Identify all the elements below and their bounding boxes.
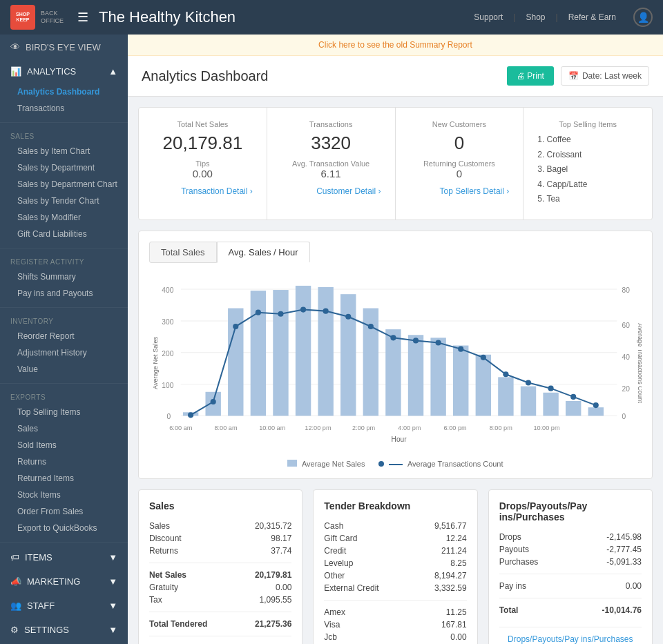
sidebar-sub-quickbooks[interactable]: Export to QuickBooks	[0, 520, 128, 536]
date-label: Date: Last week	[582, 71, 642, 81]
drops-detail-link[interactable]: Drops/Payouts/Pay ins/Purchases Detail ›	[499, 627, 642, 644]
svg-rect-33	[543, 393, 558, 416]
sidebar-sub-order-from-sales[interactable]: Order From Sales	[0, 503, 128, 520]
svg-text:200: 200	[162, 350, 173, 358]
user-icon[interactable]: 👤	[633, 8, 653, 27]
avg-tx-label: Avg. Transaction Value	[281, 159, 381, 168]
nav-links: Support | Shop | Refer & Earn 👤	[474, 8, 653, 27]
card-top-selling: Top Selling Items 1. Coffee 2. Croissant…	[523, 108, 652, 219]
refer-earn-link[interactable]: Refer & Earn	[568, 12, 616, 22]
top-sellers-detail-link[interactable]: Top Sellers Detail ›	[410, 186, 510, 196]
svg-text:6:00 am: 6:00 am	[169, 425, 192, 431]
sales-card: Sales Sales20,315.72 Discount98.17 Retur…	[138, 489, 302, 644]
bar-legend-label: Average Net Sales	[302, 460, 365, 468]
sidebar-sub-reorder[interactable]: Reorder Report	[0, 328, 128, 344]
analytics-icon: 📊	[10, 66, 21, 77]
sales-title: Sales	[149, 500, 291, 511]
svg-point-49	[481, 355, 486, 360]
sidebar-sub-returns[interactable]: Returns	[0, 453, 128, 470]
svg-text:10:00 am: 10:00 am	[259, 425, 286, 431]
svg-point-38	[233, 324, 238, 329]
sidebar-sub-payins[interactable]: Pay ins and Payouts	[0, 285, 128, 302]
svg-rect-22	[296, 286, 311, 416]
sidebar-sub-returned-items[interactable]: Returned Items	[0, 470, 128, 487]
svg-text:6:00 pm: 6:00 pm	[444, 425, 467, 431]
sidebar-sub-sold-items[interactable]: Sold Items	[0, 437, 128, 453]
summary-cards: Total Net Sales 20,179.81 Tips 0.00 Tran…	[138, 107, 653, 220]
svg-rect-21	[273, 290, 288, 416]
hamburger-icon[interactable]: ☰	[77, 10, 88, 25]
notice-bar[interactable]: Click here to see the old Summary Report	[128, 35, 663, 56]
line-legend-icon	[389, 464, 403, 465]
content-header: Analytics Dashboard 🖨 Print 📅 Date: Last…	[128, 56, 663, 97]
sidebar-sub-sales-dept-chart[interactable]: Sales by Department Chart	[0, 176, 128, 193]
staff-icon: 👥	[10, 601, 21, 611]
drops-card: Drops/Payouts/Pay ins/Purchases Drops-2,…	[488, 489, 653, 644]
eye-icon: 👁	[10, 41, 20, 52]
sidebar-sub-sales-item-chart[interactable]: Sales by Item Chart	[0, 143, 128, 159]
row-returns: Returns37.74	[149, 545, 291, 557]
svg-rect-35	[588, 407, 604, 416]
row-total-drops: Total-10,014.76	[499, 604, 642, 616]
sidebar-item-items[interactable]: 🏷 ITEMS ▼	[0, 545, 128, 569]
sidebar-sub-sales-tender-chart[interactable]: Sales by Tender Chart	[0, 193, 128, 209]
svg-point-43	[345, 314, 351, 320]
sidebar-sub-stock-items[interactable]: Stock Items	[0, 487, 128, 503]
svg-text:20: 20	[622, 385, 630, 393]
svg-text:2:00 pm: 2:00 pm	[352, 425, 375, 431]
date-picker[interactable]: 📅 Date: Last week	[561, 66, 649, 86]
row-purchases: Purchases-5,091.33	[499, 556, 642, 568]
sidebar-sub-transactions[interactable]: Transactions	[0, 100, 128, 117]
svg-text:80: 80	[622, 286, 630, 294]
row-gratuity: Gratuity0.00	[149, 581, 291, 594]
customer-detail-link[interactable]: Customer Detail ›	[281, 186, 381, 196]
sidebar-item-settings[interactable]: ⚙ SETTINGS ▼	[0, 618, 128, 642]
transactions-value: 3320	[281, 133, 381, 154]
row-gift-card: Gift Card12.24	[324, 532, 466, 545]
tips-label: Tips	[153, 159, 253, 168]
sidebar-sub-sales-export[interactable]: Sales	[0, 420, 128, 437]
sidebar-sub-sales-dept[interactable]: Sales by Department	[0, 159, 128, 176]
tab-avg-sales-hour[interactable]: Avg. Sales / Hour	[217, 242, 310, 263]
row-other: Other8,194.27	[324, 569, 466, 582]
svg-text:300: 300	[162, 318, 173, 326]
sidebar: 👁 BIRD'S EYE VIEW 📊 ANALYTICS ▲ Analytic…	[0, 35, 128, 644]
sidebar-item-analytics[interactable]: 📊 ANALYTICS ▲	[0, 59, 128, 84]
row-external-credit: External Credit3,332.59	[324, 582, 466, 594]
support-link[interactable]: Support	[474, 12, 503, 22]
sidebar-item-marketing[interactable]: 📣 MARKETING ▼	[0, 569, 128, 594]
print-button[interactable]: 🖨 Print	[507, 66, 554, 86]
sidebar-sub-top-selling[interactable]: Top Selling Items	[0, 404, 128, 420]
sidebar-sub-value[interactable]: Value	[0, 361, 128, 378]
line-legend-label: Average Transactions Count	[407, 460, 503, 468]
svg-point-41	[300, 306, 306, 312]
sidebar-sub-adjustment[interactable]: Adjustment History	[0, 344, 128, 361]
sidebar-sub-gift-card[interactable]: Gift Card Liabilities	[0, 226, 128, 242]
sidebar-sub-sales-modifier[interactable]: Sales by Modifier	[0, 209, 128, 226]
chevron-down-icon-staff: ▼	[108, 601, 117, 611]
chart-legend: Average Net Sales Average Transactions C…	[149, 460, 642, 468]
settings-label: SETTINGS	[24, 625, 69, 635]
top-item-1: 1. Coffee	[537, 133, 638, 148]
sidebar-sub-shifts[interactable]: Shifts Summary	[0, 269, 128, 285]
svg-text:10:00 pm: 10:00 pm	[533, 425, 560, 431]
sidebar-item-staff[interactable]: 👥 STAFF ▼	[0, 594, 128, 618]
svg-point-53	[570, 394, 576, 400]
row-cash: Cash9,516.77	[324, 520, 466, 532]
items-label: ITEMS	[25, 552, 52, 563]
transaction-detail-link[interactable]: Transaction Detail ›	[153, 186, 253, 196]
chart-section: Total Sales Avg. Sales / Hour 400 300 20…	[138, 231, 653, 479]
shop-link[interactable]: Shop	[526, 12, 545, 22]
svg-point-36	[188, 412, 193, 418]
sidebar-item-bird-eye[interactable]: 👁 BIRD'S EYE VIEW	[0, 35, 128, 59]
svg-point-47	[436, 340, 441, 345]
svg-rect-27	[408, 335, 423, 416]
svg-text:Average Net Sales: Average Net Sales	[152, 336, 159, 389]
row-discount: Discount98.17	[149, 532, 291, 545]
tab-total-sales[interactable]: Total Sales	[149, 242, 217, 263]
settings-icon: ⚙	[10, 625, 19, 635]
svg-text:4:00 pm: 4:00 pm	[398, 425, 421, 431]
page-title: Analytics Dashboard	[142, 68, 268, 84]
svg-point-52	[548, 386, 554, 391]
sidebar-sub-dashboard[interactable]: Analytics Dashboard	[0, 84, 128, 100]
